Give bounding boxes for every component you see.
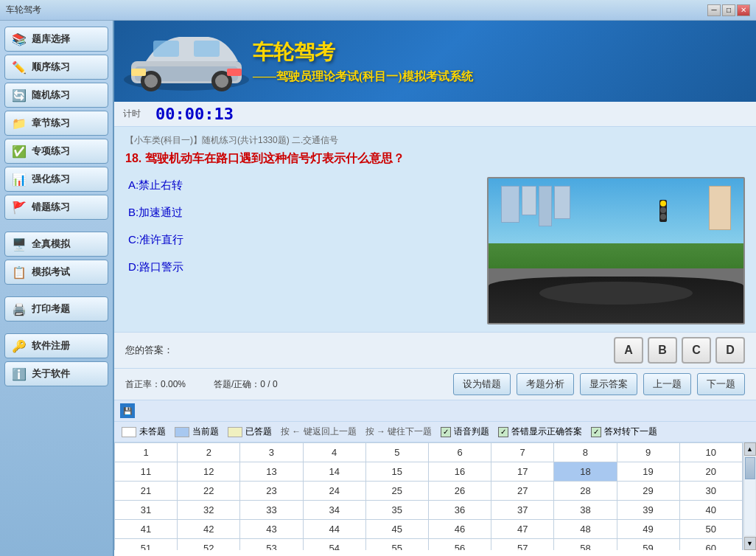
- grid-cell-16[interactable]: 16: [428, 462, 491, 482]
- sidebar-btn-print[interactable]: 🖨️打印考题: [4, 296, 108, 322]
- grid-cell-18[interactable]: 18: [554, 462, 617, 482]
- grid-cell-33[interactable]: 33: [240, 501, 303, 520]
- answer-btn-C[interactable]: C: [682, 337, 711, 364]
- grid-cell-12[interactable]: 12: [178, 462, 240, 482]
- grid-cell-7[interactable]: 7: [491, 443, 554, 462]
- option-A[interactable]: A:禁止右转: [125, 177, 476, 194]
- content-panel: 车轮驾考 ——驾驶员理论考试(科目一)模拟考试系统 计时 00:00:13 【小…: [114, 21, 756, 556]
- grid-cell-2[interactable]: 2: [178, 443, 240, 462]
- grid-cell-5[interactable]: 5: [365, 443, 428, 462]
- grid-cell-38[interactable]: 38: [554, 501, 617, 520]
- grid-cell-40[interactable]: 40: [679, 501, 742, 520]
- sidebar-btn-intensive[interactable]: 📊强化练习: [4, 167, 108, 192]
- show-correct-label: 答错显示正确答案: [511, 425, 582, 438]
- option-B[interactable]: B:加速通过: [125, 204, 476, 221]
- sidebar-btn-random[interactable]: 🔄随机练习: [4, 83, 108, 108]
- grid-cell-14[interactable]: 14: [303, 462, 365, 482]
- grid-cell-4[interactable]: 4: [303, 443, 365, 462]
- scroll-thumb[interactable]: [745, 457, 755, 479]
- sidebar-btn-question-bank[interactable]: 📚题库选择: [4, 27, 108, 52]
- grid-cell-36[interactable]: 36: [428, 501, 491, 520]
- answer-btn-B[interactable]: B: [648, 337, 677, 364]
- grid-cell-49[interactable]: 49: [617, 520, 679, 539]
- grid-cell-23[interactable]: 23: [240, 482, 303, 501]
- answer-btn-D[interactable]: D: [715, 337, 745, 364]
- prev-button[interactable]: 上一题: [643, 373, 691, 395]
- grid-cell-46[interactable]: 46: [428, 520, 491, 539]
- show-answer-button[interactable]: 显示答案: [580, 373, 637, 395]
- sidebar-btn-register[interactable]: 🔑软件注册: [4, 333, 108, 358]
- grid-cell-35[interactable]: 35: [365, 501, 428, 520]
- close-button[interactable]: ✕: [737, 4, 750, 16]
- grid-cell-54[interactable]: 54: [303, 539, 365, 551]
- title-bar: 车轮驾考 ─ □ ✕: [0, 0, 756, 21]
- grid-cell-45[interactable]: 45: [365, 520, 428, 539]
- grid-cell-10[interactable]: 10: [679, 443, 742, 462]
- grid-cell-37[interactable]: 37: [491, 501, 554, 520]
- grid-cell-52[interactable]: 52: [178, 539, 240, 551]
- maximize-button[interactable]: □: [722, 4, 735, 16]
- grid-cell-48[interactable]: 48: [554, 520, 617, 539]
- grid-cell-31[interactable]: 31: [115, 501, 178, 520]
- grid-cell-3[interactable]: 3: [240, 443, 303, 462]
- grid-cell-43[interactable]: 43: [240, 520, 303, 539]
- grid-cell-22[interactable]: 22: [178, 482, 240, 501]
- grid-cell-50[interactable]: 50: [679, 520, 742, 539]
- grid-cell-11[interactable]: 11: [115, 462, 178, 482]
- grid-cell-55[interactable]: 55: [365, 539, 428, 551]
- grid-cell-1[interactable]: 1: [115, 443, 178, 462]
- grid-cell-59[interactable]: 59: [617, 539, 679, 551]
- sidebar-btn-wrong[interactable]: 🚩错题练习: [4, 195, 108, 220]
- show-correct-checkbox[interactable]: ✓: [498, 427, 508, 437]
- grid-cell-25[interactable]: 25: [365, 482, 428, 501]
- grid-cell-28[interactable]: 28: [554, 482, 617, 501]
- grid-cell-24[interactable]: 24: [303, 482, 365, 501]
- sidebar-icon-sequential: ✏️: [11, 59, 27, 75]
- grid-cell-44[interactable]: 44: [303, 520, 365, 539]
- grid-cell-20[interactable]: 20: [679, 462, 742, 482]
- sidebar-btn-exam[interactable]: 📋模拟考试: [4, 260, 108, 285]
- option-D[interactable]: D:路口警示: [125, 259, 476, 276]
- analyze-button[interactable]: 考题分析: [517, 373, 574, 395]
- grid-cell-60[interactable]: 60: [679, 539, 742, 551]
- grid-cell-27[interactable]: 27: [491, 482, 554, 501]
- auto-next-checkbox[interactable]: ✓: [591, 427, 601, 437]
- grid-cell-32[interactable]: 32: [178, 501, 240, 520]
- voice-checkbox[interactable]: ✓: [441, 427, 451, 437]
- grid-cell-47[interactable]: 47: [491, 520, 554, 539]
- grid-cell-29[interactable]: 29: [617, 482, 679, 501]
- grid-cell-41[interactable]: 41: [115, 520, 178, 539]
- grid-cell-9[interactable]: 9: [617, 443, 679, 462]
- scroll-up-button[interactable]: ▲: [744, 442, 756, 456]
- grid-cell-39[interactable]: 39: [617, 501, 679, 520]
- grid-cell-8[interactable]: 8: [554, 443, 617, 462]
- next-button[interactable]: 下一题: [697, 373, 745, 395]
- scroll-down-button[interactable]: ▼: [744, 537, 756, 550]
- minimize-button[interactable]: ─: [707, 4, 721, 16]
- grid-cell-53[interactable]: 53: [240, 539, 303, 551]
- sidebar-btn-simulation[interactable]: 🖥️全真模拟: [4, 232, 108, 257]
- answer-btn-A[interactable]: A: [614, 337, 643, 364]
- grid-cell-42[interactable]: 42: [178, 520, 240, 539]
- option-C[interactable]: C:准许直行: [125, 232, 476, 249]
- grid-cell-51[interactable]: 51: [115, 539, 178, 551]
- save-icon[interactable]: 💾: [120, 403, 135, 418]
- grid-cell-30[interactable]: 30: [679, 482, 742, 501]
- grid-cell-26[interactable]: 26: [428, 482, 491, 501]
- grid-cell-34[interactable]: 34: [303, 501, 365, 520]
- grid-cell-17[interactable]: 17: [491, 462, 554, 482]
- grid-cell-58[interactable]: 58: [554, 539, 617, 551]
- grid-cell-6[interactable]: 6: [428, 443, 491, 462]
- grid-cell-13[interactable]: 13: [240, 462, 303, 482]
- grid-cell-21[interactable]: 21: [115, 482, 178, 501]
- grid-cell-15[interactable]: 15: [365, 462, 428, 482]
- set-wrong-button[interactable]: 设为错题: [453, 373, 511, 395]
- sidebar-btn-special[interactable]: ✅专项练习: [4, 139, 108, 164]
- sidebar-btn-chapter[interactable]: 📁章节练习: [4, 111, 108, 136]
- grid-cell-19[interactable]: 19: [617, 462, 679, 482]
- sidebar-btn-sequential[interactable]: ✏️顺序练习: [4, 55, 108, 80]
- grid-cell-56[interactable]: 56: [428, 539, 491, 551]
- grid-cell-57[interactable]: 57: [491, 539, 554, 551]
- window-title: 车轮驾考: [6, 4, 707, 16]
- sidebar-btn-about[interactable]: ℹ️关于软件: [4, 361, 108, 386]
